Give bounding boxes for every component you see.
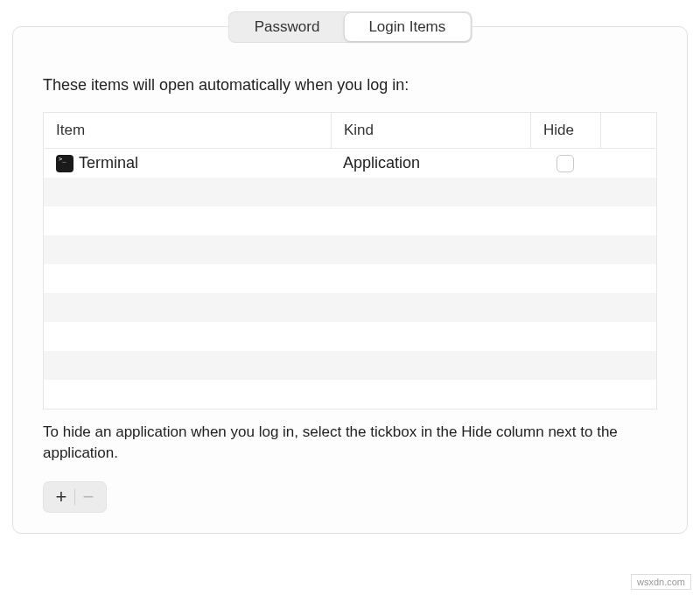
cell-item: >_ Terminal	[44, 150, 331, 176]
hint-text: To hide an application when you log in, …	[43, 422, 657, 464]
item-name: Terminal	[79, 154, 138, 172]
watermark: wsxdn.com	[631, 574, 691, 590]
tab-password[interactable]: Password	[230, 13, 345, 41]
plus-icon: +	[56, 486, 67, 508]
table-row-empty	[44, 178, 656, 206]
cell-hide	[530, 151, 600, 176]
table-row-empty	[44, 264, 656, 293]
table-row-empty	[44, 293, 656, 322]
table-row-empty	[44, 351, 656, 380]
column-header-spacer	[600, 113, 656, 148]
table-body: >_ Terminal Application	[44, 149, 656, 409]
cell-kind: Application	[331, 150, 530, 176]
section-heading: These items will open automatically when…	[43, 76, 657, 94]
remove-button[interactable]: −	[75, 485, 102, 509]
table-row-empty	[44, 235, 656, 264]
table-row-empty	[44, 206, 656, 235]
add-remove-toolbar: + −	[43, 481, 107, 513]
login-items-table: Item Kind Hide >_ Terminal Application	[43, 112, 657, 410]
table-row-empty	[44, 380, 656, 409]
tab-login-items[interactable]: Login Items	[344, 13, 470, 41]
table-header: Item Kind Hide	[44, 113, 656, 149]
minus-icon: −	[83, 486, 94, 508]
column-header-item[interactable]: Item	[44, 113, 331, 148]
cell-spacer	[600, 160, 656, 167]
terminal-icon: >_	[56, 155, 74, 172]
login-items-panel: Password Login Items These items will op…	[12, 26, 688, 534]
column-header-hide[interactable]: Hide	[530, 113, 600, 148]
hide-checkbox[interactable]	[556, 155, 574, 172]
table-row-empty	[44, 322, 656, 351]
tab-group: Password Login Items	[228, 11, 472, 43]
add-button[interactable]: +	[48, 485, 74, 509]
column-header-kind[interactable]: Kind	[331, 113, 530, 148]
table-row[interactable]: >_ Terminal Application	[44, 149, 656, 178]
